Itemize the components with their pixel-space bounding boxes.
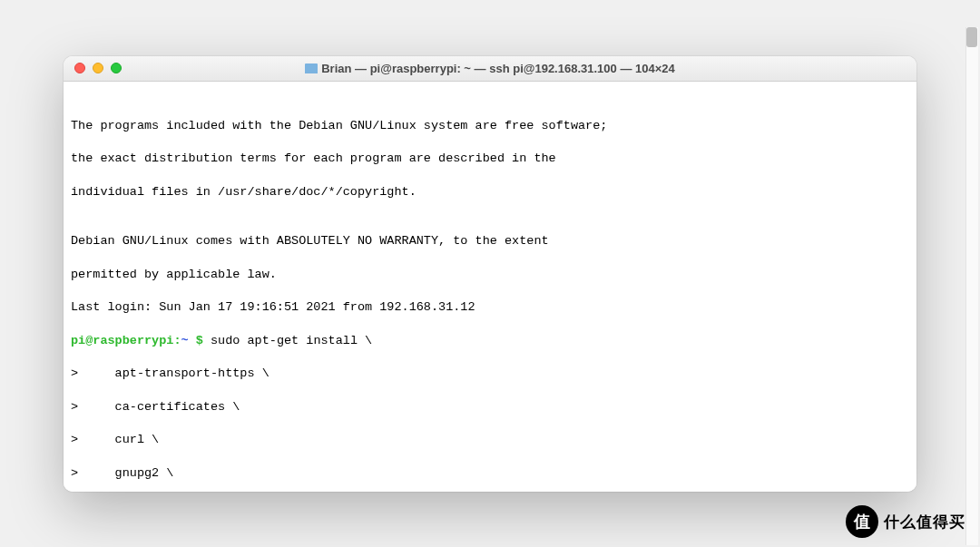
prompt-user: pi@raspberrypi xyxy=(71,334,173,347)
output-line: The programs included with the Debian GN… xyxy=(71,118,909,134)
window-controls xyxy=(64,63,122,73)
prompt-line: pi@raspberrypi:~ $ sudo apt-get install … xyxy=(71,333,909,349)
watermark: 值 什么值得买 xyxy=(846,505,965,538)
continuation-line: > apt-transport-https \ xyxy=(71,366,909,382)
window-title: Brian — pi@raspberrypi: ~ — ssh pi@192.1… xyxy=(64,62,916,75)
prompt-colon: : xyxy=(173,334,181,347)
terminal-content[interactable]: The programs included with the Debian GN… xyxy=(64,82,916,492)
continuation-line: > gnupg2 \ xyxy=(71,465,909,482)
maximize-icon[interactable] xyxy=(111,63,122,73)
output-line: individual files in /usr/share/doc/*/cop… xyxy=(71,184,909,200)
minimize-icon[interactable] xyxy=(93,63,103,73)
prompt-dollar: $ xyxy=(196,334,203,347)
continuation-line: > curl \ xyxy=(71,432,909,448)
watermark-badge-icon: 值 xyxy=(846,505,878,538)
last-login: Last login: Sun Jan 17 19:16:51 2021 fro… xyxy=(71,299,909,316)
continuation-line: > ca-certificates \ xyxy=(71,399,909,415)
watermark-text: 什么值得买 xyxy=(884,512,965,532)
terminal-window: Brian — pi@raspberrypi: ~ — ssh pi@192.1… xyxy=(64,56,916,492)
title-bar[interactable]: Brian — pi@raspberrypi: ~ — ssh pi@192.1… xyxy=(64,56,916,82)
close-icon[interactable] xyxy=(74,63,85,73)
output-line: the exact distribution terms for each pr… xyxy=(71,151,909,167)
folder-icon xyxy=(305,63,318,73)
title-label: Brian — pi@raspberrypi: ~ — ssh pi@192.1… xyxy=(321,62,675,75)
output-line: permitted by applicable law. xyxy=(71,267,909,283)
prompt-path: ~ xyxy=(181,334,189,347)
output-line: Debian GNU/Linux comes with ABSOLUTELY N… xyxy=(71,233,909,249)
command-text: sudo apt-get install \ xyxy=(211,334,372,347)
